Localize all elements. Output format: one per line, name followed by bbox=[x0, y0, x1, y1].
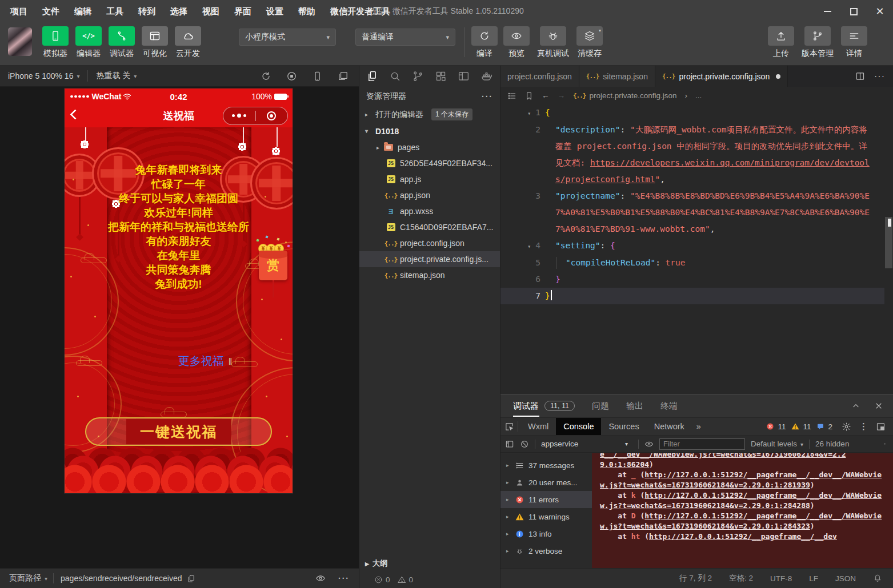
more-tabs-icon[interactable]: » bbox=[692, 422, 706, 431]
more-icon[interactable]: ··· bbox=[482, 92, 493, 101]
mode-select[interactable]: 小程序模式 ▾ bbox=[239, 29, 336, 46]
outline-section[interactable]: ▸ 大纲 bbox=[359, 556, 500, 571]
code-line-7[interactable]: 7} bbox=[500, 288, 884, 304]
code-line-1[interactable]: ▾1{ bbox=[500, 104, 884, 122]
stop-icon[interactable] bbox=[286, 71, 297, 82]
tab-project.config.json[interactable]: project.config.json bbox=[500, 66, 579, 87]
code-line-3[interactable]: 3"projectname": "%E4%B8%8B%E8%BD%BD%E6%9… bbox=[500, 188, 884, 237]
search-icon[interactable] bbox=[389, 70, 401, 82]
file-app.wxss[interactable]: Ǝapp.wxss bbox=[359, 203, 500, 219]
devtools-tab-Sources[interactable]: Sources bbox=[601, 418, 646, 435]
debugger-tab-终端[interactable]: 终端 bbox=[660, 401, 678, 412]
bookmark-icon[interactable] bbox=[524, 91, 534, 100]
outline-list-icon[interactable] bbox=[507, 91, 516, 100]
docker-icon[interactable] bbox=[480, 70, 492, 82]
fold-icon[interactable]: ▾ bbox=[527, 238, 533, 255]
source-control-icon[interactable] bbox=[412, 70, 424, 82]
live-expression-icon[interactable] bbox=[644, 440, 654, 449]
file-sitemap.json[interactable]: {..}sitemap.json bbox=[359, 267, 500, 283]
close-button[interactable]: ✕ bbox=[867, 0, 893, 23]
console-filter-2 verbose[interactable]: ▸2 verbose bbox=[500, 542, 592, 559]
language-mode[interactable]: JSON bbox=[835, 574, 856, 583]
toggle-编辑器[interactable]: </>编辑器 bbox=[72, 26, 105, 59]
编译-button[interactable]: 编译 bbox=[468, 26, 500, 59]
tab-project.private.config.json[interactable]: {..}project.private.config.json bbox=[655, 66, 788, 87]
breadcrumb-file[interactable]: {..} project.private.config.json bbox=[573, 91, 677, 100]
menu-item-工具[interactable]: 工具 bbox=[106, 6, 123, 17]
menu-item-视图[interactable]: 视图 bbox=[202, 6, 219, 17]
more-blessings-link[interactable]: 更多祝福 bbox=[178, 355, 224, 367]
stack-link[interactable]: e__/__dev__/WAWebview.js?t=wechat&s=1673… bbox=[600, 453, 846, 458]
上传-button[interactable]: 上传 bbox=[765, 26, 797, 59]
code-line-5[interactable]: 5"compileHotReLoad": true bbox=[500, 255, 884, 271]
device-frame-icon[interactable] bbox=[312, 71, 323, 82]
maximize-button[interactable] bbox=[840, 0, 867, 23]
minimize-button[interactable] bbox=[814, 0, 840, 23]
more-menu-button[interactable] bbox=[223, 114, 255, 118]
code-line-2[interactable]: 2"description": "大鹏源码网_wobbt.com项目私有配置文件… bbox=[500, 122, 884, 188]
console-sidebar-toggle-icon[interactable] bbox=[505, 440, 514, 449]
console-filter-11 errors[interactable]: ▸11 errors bbox=[500, 491, 592, 508]
device-select[interactable]: iPhone 5 100% 16 ▾ bbox=[0, 66, 87, 86]
fold-icon[interactable]: ▾ bbox=[527, 105, 533, 122]
debugger-tab-输出[interactable]: 输出 bbox=[626, 401, 643, 412]
kebab-menu-icon[interactable]: ⋮ bbox=[859, 421, 868, 432]
版本管理-button[interactable]: 版本管理 bbox=[797, 26, 838, 59]
menu-item-编辑[interactable]: 编辑 bbox=[74, 6, 91, 17]
menu-item-界面[interactable]: 界面 bbox=[234, 6, 251, 17]
context-select[interactable]: appservice ▾ bbox=[541, 440, 632, 448]
menu-item-转到[interactable]: 转到 bbox=[138, 6, 155, 17]
file-pages[interactable]: ▸pages bbox=[359, 139, 500, 155]
more-icon[interactable]: ··· bbox=[874, 71, 885, 82]
menu-item-微信开发者工具[interactable]: 微信开发者工具 bbox=[330, 6, 390, 17]
files-icon[interactable] bbox=[366, 70, 378, 82]
console-filter-11 warnings[interactable]: ▸11 warnings bbox=[500, 508, 592, 525]
issue-counts[interactable]: 11 11 2 bbox=[766, 422, 832, 431]
code-line-4[interactable]: ▾4"setting": { bbox=[500, 237, 884, 255]
avatar[interactable] bbox=[8, 27, 32, 56]
eol-setting[interactable]: LF bbox=[809, 574, 818, 583]
split-editor-icon[interactable] bbox=[855, 71, 865, 81]
详情-button[interactable]: 详情 bbox=[838, 26, 870, 59]
file-project.private.config.js...[interactable]: {..}project.private.config.js... bbox=[359, 251, 500, 267]
console-filter-37 messages[interactable]: ▸37 messages bbox=[500, 457, 592, 474]
indent-setting[interactable]: 空格: 2 bbox=[729, 573, 753, 583]
menu-item-帮助[interactable]: 帮助 bbox=[298, 6, 315, 17]
problems-summary[interactable]: 0 0 bbox=[359, 571, 500, 588]
close-icon[interactable] bbox=[874, 401, 883, 410]
file-526D5E449F02EBAF34...[interactable]: JS526D5E449F02EBAF34... bbox=[359, 155, 500, 171]
menu-item-设置[interactable]: 设置 bbox=[266, 6, 283, 17]
page-path-label[interactable]: 页面路径 bbox=[0, 573, 41, 583]
filter-input[interactable] bbox=[659, 438, 745, 450]
code-line-6[interactable]: 6} bbox=[500, 271, 884, 288]
file-project.config.json[interactable]: {..}project.config.json bbox=[359, 235, 500, 251]
more-icon[interactable]: ··· bbox=[338, 574, 350, 583]
eye-icon[interactable] bbox=[315, 573, 326, 583]
encoding-setting[interactable]: UTF-8 bbox=[770, 574, 792, 583]
restart-icon[interactable] bbox=[261, 71, 271, 82]
tab-sitemap.json[interactable]: {..}sitemap.json bbox=[579, 66, 655, 87]
devtools-tab-Console[interactable]: Console bbox=[556, 418, 601, 435]
console-settings-icon[interactable] bbox=[884, 439, 893, 449]
toggle-可视化[interactable]: 可视化 bbox=[138, 26, 171, 59]
exit-miniprogram-button[interactable] bbox=[256, 111, 288, 120]
clear-console-icon[interactable] bbox=[520, 440, 529, 449]
stack-link[interactable]: http://127.0.0.1:51292/__pageframe__/__d… bbox=[649, 532, 837, 541]
预览-button[interactable]: 预览 bbox=[500, 26, 532, 59]
file-app.js[interactable]: JSapp.js bbox=[359, 171, 500, 187]
open-editors-section[interactable]: ▸ 打开的编辑器 1 个未保存 bbox=[359, 106, 500, 123]
inspect-element-icon[interactable] bbox=[504, 422, 514, 432]
menu-item-选择[interactable]: 选择 bbox=[170, 6, 187, 17]
editor-scrollbar[interactable] bbox=[885, 106, 892, 394]
menu-item-项目[interactable]: 项目 bbox=[10, 6, 27, 17]
extensions-icon[interactable] bbox=[435, 70, 447, 82]
stack-link[interactable]: 9.0:1:86204 bbox=[600, 460, 649, 469]
toggle-云开发[interactable]: 云开发 bbox=[171, 26, 205, 59]
breadcrumb-more[interactable]: ... bbox=[695, 91, 702, 100]
copy-icon[interactable] bbox=[187, 574, 195, 583]
toggle-调试器[interactable]: 调试器 bbox=[105, 26, 138, 59]
真机调试-button[interactable]: 真机调试 bbox=[532, 26, 574, 59]
console-filter-20 user mes...[interactable]: ▸20 user mes... bbox=[500, 474, 592, 491]
toggle-模拟器[interactable]: 模拟器 bbox=[39, 26, 72, 59]
menu-item-文件[interactable]: 文件 bbox=[42, 6, 59, 17]
